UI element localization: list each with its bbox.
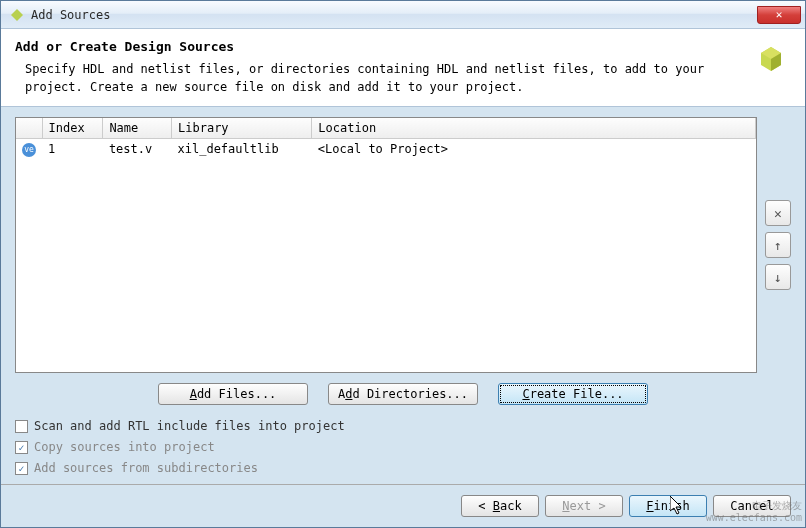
remove-icon: ✕ [774, 206, 782, 221]
finish-button[interactable]: Finish [629, 495, 707, 517]
add-subdirs-row: ✓ Add sources from subdirectories [15, 461, 791, 475]
create-file-label: reate File... [530, 387, 624, 401]
add-directories-button[interactable]: Add Directories... [328, 383, 478, 405]
footer-buttons: < Back Next > Finish Cancel [1, 484, 805, 527]
scan-rtl-label: Scan and add RTL include files into proj… [34, 419, 345, 433]
col-name[interactable]: Name [103, 118, 172, 139]
row-library: xil_defaultlib [172, 139, 312, 159]
close-button[interactable]: ✕ [757, 6, 801, 24]
side-buttons: ✕ ↑ ↓ [765, 117, 791, 373]
scan-rtl-checkbox[interactable] [15, 420, 28, 433]
window-title: Add Sources [31, 8, 757, 22]
close-icon: ✕ [776, 8, 783, 21]
arrow-down-icon: ↓ [774, 270, 782, 285]
add-dirs-label: d Directories... [352, 387, 468, 401]
row-icon-cell: ve [16, 139, 42, 159]
svg-marker-0 [11, 9, 23, 21]
add-files-label: dd Files... [197, 387, 276, 401]
titlebar[interactable]: Add Sources ✕ [1, 1, 805, 29]
page-title: Add or Create Design Sources [15, 39, 741, 54]
col-library[interactable]: Library [172, 118, 312, 139]
copy-sources-checkbox: ✓ [15, 441, 28, 454]
remove-button[interactable]: ✕ [765, 200, 791, 226]
dialog-window: Add Sources ✕ Add or Create Design Sourc… [0, 0, 806, 528]
move-down-button[interactable]: ↓ [765, 264, 791, 290]
scan-rtl-row[interactable]: Scan and add RTL include files into proj… [15, 419, 791, 433]
brand-logo [751, 39, 791, 79]
col-index[interactable]: Index [42, 118, 103, 139]
add-subdirs-label: Add sources from subdirectories [34, 461, 258, 475]
row-name: test.v [103, 139, 172, 159]
arrow-up-icon: ↑ [774, 238, 782, 253]
checkbox-group: Scan and add RTL include files into proj… [15, 419, 791, 475]
row-location: <Local to Project> [312, 139, 756, 159]
add-files-button[interactable]: Add Files... [158, 383, 308, 405]
col-location[interactable]: Location [312, 118, 756, 139]
next-button: Next > [545, 495, 623, 517]
verilog-icon: ve [22, 143, 36, 157]
header-panel: Add or Create Design Sources Specify HDL… [1, 29, 805, 107]
col-icon[interactable] [16, 118, 42, 139]
app-icon [9, 7, 25, 23]
copy-sources-label: Copy sources into project [34, 440, 215, 454]
sources-table: Index Name Library Location ve 1 test.v … [16, 118, 756, 159]
sources-table-container: Index Name Library Location ve 1 test.v … [15, 117, 757, 373]
add-subdirs-checkbox: ✓ [15, 462, 28, 475]
back-button[interactable]: < Back [461, 495, 539, 517]
copy-sources-row: ✓ Copy sources into project [15, 440, 791, 454]
create-file-button[interactable]: Create File... [498, 383, 648, 405]
move-up-button[interactable]: ↑ [765, 232, 791, 258]
action-button-row: Add Files... Add Directories... Create F… [15, 383, 791, 405]
row-index: 1 [42, 139, 103, 159]
table-wrap: Index Name Library Location ve 1 test.v … [15, 117, 791, 373]
page-description: Specify HDL and netlist files, or direct… [25, 60, 741, 96]
cancel-button[interactable]: Cancel [713, 495, 791, 517]
content-area: Index Name Library Location ve 1 test.v … [1, 107, 805, 484]
table-row[interactable]: ve 1 test.v xil_defaultlib <Local to Pro… [16, 139, 756, 159]
header-text: Add or Create Design Sources Specify HDL… [15, 39, 741, 96]
